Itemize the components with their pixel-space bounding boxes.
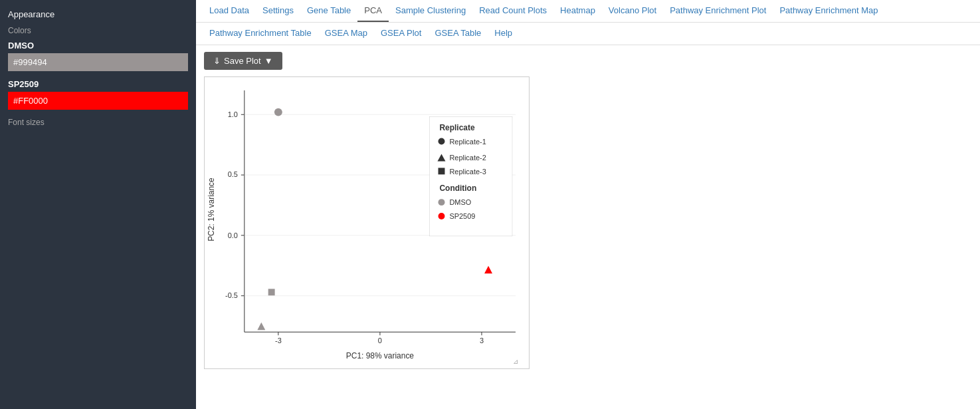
svg-text:0.0: 0.0 (228, 231, 238, 239)
legend-condition-title: Condition (440, 184, 477, 193)
svg-text:0.5: 0.5 (228, 170, 238, 178)
sp2509-color-entry: SP2509 (0, 75, 196, 114)
tab-help[interactable]: Help (488, 23, 519, 45)
tab-pathway-enrichment-plot[interactable]: Pathway Enrichment Plot (663, 0, 773, 22)
plot-container: 1.0 0.5 0.0 -0.5 -3 0 3 PC1: (196, 76, 980, 409)
font-sizes-label: Font sizes (0, 114, 196, 128)
legend-rep3-label: Replicate-3 (449, 168, 486, 176)
svg-text:-3: -3 (275, 337, 282, 344)
dmso-color-entry: DMSO (0, 37, 196, 75)
toolbar: ⇓ Save Plot ▼ (196, 45, 980, 76)
legend-rep1-label: Replicate-1 (449, 138, 486, 146)
tab-gsea-map[interactable]: GSEA Map (318, 23, 374, 45)
top-nav: Load Data Settings Gene Table PCA Sample… (196, 0, 980, 23)
svg-text:1.0: 1.0 (228, 110, 238, 118)
download-icon: ⇓ (213, 56, 221, 66)
dropdown-arrow-icon: ▼ (264, 56, 273, 66)
point-sp2509-rep2 (484, 266, 492, 273)
tab-gene-table[interactable]: Gene Table (300, 0, 357, 22)
tab-pathway-enrichment-table[interactable]: Pathway Enrichment Table (203, 23, 318, 45)
sidebar: Appearance Colors DMSO SP2509 Font sizes (0, 0, 196, 409)
tab-volcano-plot[interactable]: Volcano Plot (602, 0, 663, 22)
point-dmso-rep2 (257, 323, 265, 331)
x-axis-label: PC1: 98% variance (346, 351, 415, 360)
svg-text:3: 3 (480, 337, 484, 344)
tab-read-count-plots[interactable]: Read Count Plots (472, 0, 553, 22)
legend-sp2509-icon (439, 213, 445, 219)
dmso-label: DMSO (8, 41, 188, 51)
plot-box: 1.0 0.5 0.0 -0.5 -3 0 3 PC1: (204, 76, 530, 369)
main-content: Load Data Settings Gene Table PCA Sample… (196, 0, 980, 409)
legend-dmso-icon (439, 199, 445, 205)
point-dmso-rep1 (274, 108, 282, 116)
appearance-label: Appearance (0, 7, 196, 22)
tab-gsea-plot[interactable]: GSEA Plot (374, 23, 428, 45)
legend-sp2509-label: SP2509 (449, 212, 475, 220)
point-dmso-rep3 (268, 289, 275, 295)
pca-svg: 1.0 0.5 0.0 -0.5 -3 0 3 PC1: (205, 77, 529, 368)
legend-rep2-label: Replicate-2 (449, 154, 486, 162)
tab-settings[interactable]: Settings (256, 0, 300, 22)
resize-handle[interactable]: ⊿ (513, 358, 518, 365)
tab-pca[interactable]: PCA (357, 0, 389, 22)
tab-sample-clustering[interactable]: Sample Clustering (389, 0, 472, 22)
legend-rep3-icon (439, 168, 445, 174)
second-nav: Pathway Enrichment Table GSEA Map GSEA P… (196, 23, 980, 45)
sp2509-color-input[interactable] (8, 92, 188, 110)
legend-replicate-title: Replicate (440, 123, 475, 132)
tab-heatmap[interactable]: Heatmap (553, 0, 602, 22)
colors-label: Colors (0, 22, 196, 37)
dmso-color-input[interactable] (8, 53, 188, 71)
save-plot-label: Save Plot (224, 56, 261, 66)
y-axis-label: PC2: 1% variance (207, 178, 216, 241)
legend-rep1-icon (439, 138, 445, 145)
tab-load-data[interactable]: Load Data (203, 0, 256, 22)
svg-text:-0.5: -0.5 (225, 291, 238, 299)
svg-text:0: 0 (378, 337, 382, 344)
tab-pathway-enrichment-map[interactable]: Pathway Enrichment Map (773, 0, 884, 22)
tab-gsea-table[interactable]: GSEA Table (428, 23, 488, 45)
legend-dmso-label: DMSO (449, 198, 471, 206)
sp2509-label: SP2509 (8, 79, 188, 89)
save-plot-button[interactable]: ⇓ Save Plot ▼ (204, 52, 282, 70)
